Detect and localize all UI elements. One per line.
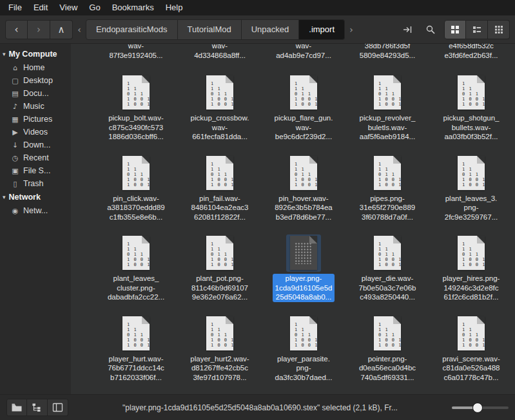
chevron-left-icon: ‹ [77,24,81,35]
file-item[interactable]: 1 1 1 0 1 1 1 0 0 1 1 0 0 1wav- 87f3e919… [94,44,178,62]
tree-pane-icon [32,403,43,412]
sidebar-item-label: Recent [23,153,49,162]
file-name: pickup_revolver_ buletls.wav- aaf5f6aeb9… [360,113,416,142]
file-item[interactable]: 1 1 1 0 1 1 1 0 0 1 1 0 0 1player_hires.… [429,233,513,304]
sidebar-item-label: Netw... [23,206,48,215]
file-row: 1 1 1 0 1 1 1 0 0 1 1 0 0 1pickup_bolt.w… [94,72,515,144]
file-item[interactable]: 1 1 1 0 1 1 1 0 0 1 1 0 0 1pin_hover.wav… [262,153,345,224]
sidebar-item-desktop[interactable]: ▢Desktop [0,74,71,87]
breadcrumb-unpacked[interactable]: Unpacked [242,19,300,40]
path-scroll-left-button[interactable]: ‹ [74,20,84,39]
clipped-row: 1 1 1 0 1 1 1 0 0 1 1 0 0 1wav- 87f3e919… [94,44,515,71]
tree-pane-button[interactable] [27,399,48,416]
forward-icon: › [37,24,41,35]
file-item[interactable]: 1 1 1 0 1 1 1 0 0 1 1 0 0 1pipes.png- 31… [345,153,429,224]
file-grid: 1 1 1 0 1 1 1 0 0 1 1 0 0 1wav- 87f3e919… [71,44,515,394]
forward-button[interactable]: › [28,20,50,39]
back-button[interactable]: ‹ [5,20,28,39]
sidebar-item-label: File S... [23,166,50,175]
folder-pane-button[interactable] [6,399,27,416]
file-item[interactable]: player.png- 1cda9d16105e5d 25d5048a8ab0.… [262,233,345,304]
sidebar-section-network[interactable]: ▾Network [0,190,71,204]
detailed-view-button[interactable] [488,20,510,39]
menu-edit[interactable]: Edit [28,0,53,15]
menu-help[interactable]: Help [160,0,189,15]
file-item[interactable]: 1 1 1 0 1 1 1 0 0 1 1 0 0 1pickup_flare_… [262,72,345,144]
music-icon: ♪ [10,102,20,111]
file-name: player.png- 1cda9d16105e5d 25d5048a8ab0.… [273,274,335,302]
file-item[interactable]: 1 1 1 0 1 1 1 0 0 1 1 0 0 138db786f3d5f … [345,44,429,62]
binary-document-icon: 1 1 1 0 1 1 1 0 0 1 1 0 0 1 [458,316,485,350]
binary-document-icon: 1 1 1 0 1 1 1 0 0 1 1 0 0 1 [122,156,150,190]
file-item[interactable]: 1 1 1 0 1 1 1 0 0 1 1 0 0 1player_parasi… [262,313,345,385]
file-item[interactable]: 1 1 1 0 1 1 1 0 0 1 1 0 0 1pointer.png- … [345,313,429,385]
path-scroll-right-button[interactable]: › [346,20,356,39]
file-item[interactable]: 1 1 1 0 1 1 1 0 0 1 1 0 0 1pickup_crossb… [178,72,262,144]
panel-toggle-button[interactable] [48,399,68,416]
file-item[interactable]: 1 1 1 0 1 1 1 0 0 1 1 0 0 1pickup_bolt.w… [94,72,178,144]
pictures-icon: ▦ [10,115,20,124]
file-item[interactable]: 1 1 1 0 1 1 1 0 0 1 1 0 0 1wav- ad4ab9e7… [262,44,345,62]
menu-view[interactable]: View [53,0,83,15]
zoom-slider-handle[interactable] [472,403,483,413]
file-item[interactable]: 1 1 1 0 1 1 1 0 0 1 1 0 0 1wav- 4d334868… [178,44,262,62]
jump-to-button[interactable] [398,20,417,39]
file-name: plant_leaves_3. png- 2fc9e3259767... [445,194,498,222]
file-item[interactable]: 1 1 1 0 1 1 1 0 0 1 1 0 0 1plant_pot.png… [178,233,262,304]
file-item[interactable]: 1 1 1 0 1 1 1 0 0 1 1 0 0 1plant_leaves_… [429,153,513,224]
sidebar-item-home[interactable]: ⌂Home [0,61,71,74]
sidebar-item-netw[interactable]: ◉Netw... [0,204,71,217]
file-name: e4f658df532c e3fd6fed2b63f... [444,44,498,60]
home-icon: ⌂ [10,64,20,72]
binary-document-icon: 1 1 1 0 1 1 1 0 0 1 1 0 0 1 [206,236,233,270]
sidebar-item-file-s[interactable]: ▣File S... [0,164,71,177]
menu-go[interactable]: Go [83,0,106,15]
breadcrumb-import[interactable]: .import [299,19,345,40]
binary-document-icon: 1 1 1 0 1 1 1 0 0 1 1 0 0 1 [206,316,233,350]
sidebar-section-my-compute[interactable]: ▾My Compute [0,47,71,61]
compact-view-button[interactable] [466,20,488,39]
binary-document-icon: 1 1 1 0 1 1 1 0 0 1 1 0 0 1 [122,75,150,110]
file-name: pointer.png- d0ea56eca0d4bc 740a5df69331… [359,354,416,383]
file-item[interactable]: 1 1 1 0 1 1 1 0 0 1 1 0 0 1pin_fail.wav-… [178,153,262,224]
menu-bookmarks[interactable]: Bookmarks [106,0,160,15]
search-button[interactable] [421,20,440,39]
breadcrumb-endoparasiticmods[interactable]: EndoparasiticMods [86,19,178,40]
tool-buttons [398,20,444,39]
sidebar-item-music[interactable]: ♪Music [0,100,71,113]
icon-view-button[interactable] [444,20,466,39]
file-name: player_hurt.wav- 76b6771ddcc14c b7162033… [108,354,164,383]
file-item[interactable]: 1 1 1 0 1 1 1 0 0 1 1 0 0 1pravi_scene.w… [429,313,513,385]
binary-document-icon: 1 1 1 0 1 1 1 0 0 1 1 0 0 1 [458,156,485,190]
file-item[interactable]: 1 1 1 0 1 1 1 0 0 1 1 0 0 1player_hurt.w… [94,313,178,385]
file-name: player_parasite. png- da3fc30b7daed... [275,354,333,383]
sidebar-item-trash[interactable]: ▯Trash [0,177,71,190]
sidebar-item-videos[interactable]: ▶Videos [0,126,71,138]
sidebar-item-label: Desktop [23,76,53,85]
file-item[interactable]: 1 1 1 0 1 1 1 0 0 1 1 0 0 1player_die.wa… [345,233,429,304]
chevron-right-icon: › [349,24,353,35]
expander-icon: ▾ [3,51,6,57]
zoom-slider[interactable] [452,401,509,414]
menu-file[interactable]: File [3,0,28,15]
view-mode-buttons [444,20,510,39]
file-item[interactable]: 1 1 1 0 1 1 1 0 0 1 1 0 0 1player_hurt2.… [178,313,262,385]
file-item[interactable]: 1 1 1 0 1 1 1 0 0 1 1 0 0 1plant_leaves_… [94,233,178,304]
back-icon: ‹ [15,24,19,35]
sidebar-item-pictures[interactable]: ▦Pictures [0,113,71,126]
sidebar-item-down[interactable]: ↓Down... [0,138,71,151]
file-item[interactable]: 1 1 1 0 1 1 1 0 0 1 1 0 0 1pickup_revolv… [345,72,429,144]
sidebar-item-label: Trash [23,179,44,188]
trash-icon: ▯ [10,180,20,188]
file-item[interactable]: 1 1 1 0 1 1 1 0 0 1 1 0 0 1pickup_shotgu… [429,72,513,144]
binary-document-icon: 1 1 1 0 1 1 1 0 0 1 1 0 0 1 [290,316,317,350]
statusbar: "player.png-1cda9d16105e5d25d5048a8ab0a1… [0,394,515,420]
sidebar-item-docu[interactable]: ▤Docu... [0,87,71,100]
breadcrumb-tutorialmod[interactable]: TutorialMod [178,19,242,40]
menubar: FileEditViewGoBookmarksHelp [0,0,515,15]
file-name: pin_fail.wav- 8486104ea2eac3 62081f12822… [191,194,249,222]
up-button[interactable]: ∧ [50,20,73,39]
sidebar-item-recent[interactable]: ◷Recent [0,151,71,164]
file-item[interactable]: 1 1 1 0 1 1 1 0 0 1 1 0 0 1e4f658df532c … [429,44,513,62]
file-item[interactable]: 1 1 1 0 1 1 1 0 0 1 1 0 0 1pin_click.wav… [94,153,178,224]
